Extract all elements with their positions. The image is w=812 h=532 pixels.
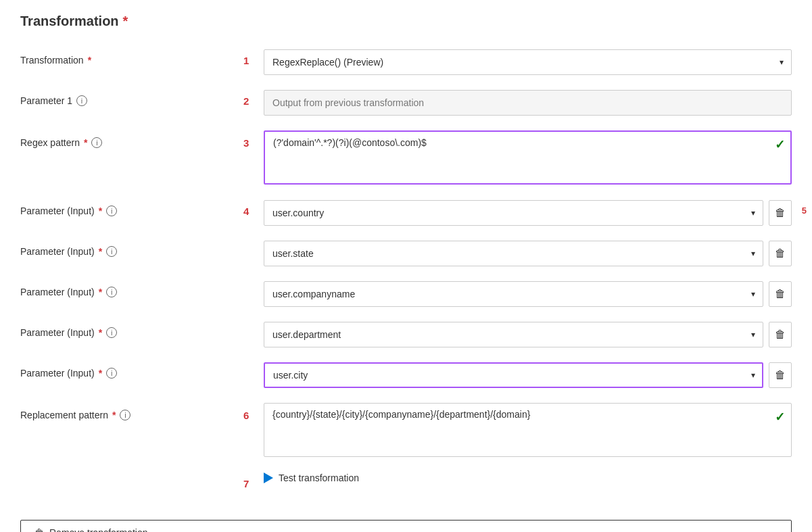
- transformation-label: Transformation *: [20, 49, 243, 66]
- param-input-3-select-wrapper: user.companyname ▾: [264, 281, 763, 307]
- trash-icon-3: 🗑: [775, 288, 786, 300]
- param-input-5-row: Parameter (Input) * i user.city ▾ 🗑: [20, 356, 792, 396]
- param2-info-icon[interactable]: i: [106, 246, 117, 257]
- regex-required: *: [84, 137, 87, 148]
- param-input-2-label-col: Parameter (Input) * i: [20, 241, 243, 257]
- param-input-2-select-wrapper: user.state ▾: [264, 241, 763, 266]
- param-input-4-row: Parameter (Input) * i user.department ▾ …: [20, 315, 792, 356]
- regex-pattern-label-col: Regex pattern * i: [20, 130, 243, 148]
- step-empty-4: [243, 362, 264, 368]
- param-input-5-col: user.city ▾ 🗑: [264, 362, 792, 388]
- step-empty-3: [243, 322, 264, 327]
- param-input-3-col: user.companyname ▾ 🗑: [264, 281, 792, 307]
- step-7: 7: [243, 473, 264, 489]
- replacement-label-col: Replacement pattern * i: [20, 403, 243, 420]
- regex-pattern-input-col: (?'domain'^.*?)(?i)(@contoso\.com)$ ✓: [264, 130, 792, 187]
- test-input-col: Test transformation: [264, 473, 792, 483]
- regex-pattern-input[interactable]: (?'domain'^.*?)(?i)(@contoso\.com)$: [264, 130, 792, 185]
- param4-info-icon[interactable]: i: [106, 327, 117, 338]
- param-input-4-col: user.department ▾ 🗑: [264, 322, 792, 347]
- param-input-1-delete-btn[interactable]: 🗑: [769, 200, 792, 226]
- param1-required: *: [99, 205, 102, 216]
- regex-info-icon[interactable]: i: [91, 137, 102, 148]
- param-input-1-select[interactable]: user.country: [264, 200, 763, 226]
- param5-required: *: [99, 368, 102, 379]
- param-input-5-select[interactable]: user.city: [264, 362, 763, 388]
- step-1: 1: [243, 49, 264, 66]
- trash-icon-4: 🗑: [775, 329, 786, 341]
- param5-info-icon[interactable]: i: [106, 368, 117, 379]
- transformation-required: *: [88, 55, 91, 66]
- replacement-pattern-input[interactable]: {country}/{state}/{city}/{companyname}/{…: [264, 403, 792, 457]
- trash-icon-5: 🗑: [775, 369, 786, 381]
- step-5-badge: 5: [802, 205, 807, 216]
- replacement-required: *: [112, 410, 116, 420]
- parameter1-input-col: [264, 90, 792, 116]
- parameter1-label-col: Parameter 1 i: [20, 90, 243, 106]
- param-input-2-col: user.state ▾ 🗑: [264, 241, 792, 266]
- step-2: 2: [243, 90, 264, 107]
- param3-info-icon[interactable]: i: [106, 287, 117, 297]
- transformation-row: Transformation * 1 RegexReplace() (Previ…: [20, 43, 792, 83]
- param-input-4-delete-btn[interactable]: 🗑: [769, 322, 792, 347]
- test-transformation-row: 7 Test transformation: [20, 466, 792, 506]
- replacement-info-icon[interactable]: i: [120, 410, 130, 420]
- remove-transformation-btn[interactable]: 🗑 Remove transformation: [20, 520, 792, 532]
- transformation-form: Transformation * Transformation * 1 Rege…: [20, 14, 792, 532]
- transformation-select-wrapper: RegexReplace() (Preview) ▾: [264, 49, 792, 75]
- page-title-row: Transformation *: [20, 14, 792, 29]
- param-input-1-row: Parameter (Input) * i 4 user.country ▾ 🗑…: [20, 193, 792, 234]
- param-input-2-delete-btn[interactable]: 🗑: [769, 241, 792, 266]
- param-input-4-label-col: Parameter (Input) * i: [20, 322, 243, 338]
- replacement-textarea-wrapper: {country}/{state}/{city}/{companyname}/{…: [264, 403, 792, 459]
- param-input-4-select[interactable]: user.department: [264, 322, 763, 347]
- replacement-check-icon: ✓: [775, 410, 785, 425]
- page-title: Transformation: [20, 14, 119, 29]
- step-empty-2: [243, 281, 264, 287]
- param4-required: *: [99, 327, 102, 338]
- step-3: 3: [243, 130, 264, 149]
- param-input-5-label-col: Parameter (Input) * i: [20, 362, 243, 379]
- parameter1-row: Parameter 1 i 2: [20, 83, 792, 124]
- param-input-3-delete-btn[interactable]: 🗑: [769, 281, 792, 307]
- param-input-1-col: user.country ▾ 🗑 5: [264, 200, 792, 226]
- param-input-1-select-wrapper: user.country ▾: [264, 200, 763, 226]
- regex-pattern-row: Regex pattern * i 3 (?'domain'^.*?)(?i)(…: [20, 124, 792, 193]
- param-input-2-select[interactable]: user.state: [264, 241, 763, 266]
- param-input-2-row: Parameter (Input) * i user.state ▾ 🗑: [20, 234, 792, 274]
- param-input-3-label-col: Parameter (Input) * i: [20, 281, 243, 297]
- regex-textarea-wrapper: (?'domain'^.*?)(?i)(@contoso\.com)$ ✓: [264, 130, 792, 187]
- step-empty-1: [243, 241, 264, 246]
- regex-check-icon: ✓: [775, 137, 785, 152]
- remove-trash-icon: 🗑: [34, 527, 44, 532]
- param-input-3-row: Parameter (Input) * i user.companyname ▾…: [20, 274, 792, 315]
- param3-required: *: [99, 287, 102, 297]
- test-label-col-empty: [20, 473, 243, 478]
- param-input-5-select-wrapper: user.city ▾: [264, 362, 763, 388]
- trash-icon-2: 🗑: [775, 247, 786, 260]
- title-required-star: *: [123, 14, 128, 29]
- play-icon: [264, 473, 273, 483]
- transformation-input-col: RegexReplace() (Preview) ▾: [264, 49, 792, 75]
- replacement-input-col: {country}/{state}/{city}/{companyname}/{…: [264, 403, 792, 459]
- param-input-5-delete-btn[interactable]: 🗑: [769, 362, 792, 388]
- parameter1-input[interactable]: [264, 90, 792, 116]
- param2-required: *: [99, 246, 102, 257]
- param1-info-icon[interactable]: i: [106, 205, 117, 216]
- step-4: 4: [243, 200, 264, 217]
- step-6: 6: [243, 403, 264, 421]
- trash-icon-1: 🗑: [775, 207, 786, 219]
- replacement-pattern-row: Replacement pattern * i 6 {country}/{sta…: [20, 396, 792, 466]
- transformation-select[interactable]: RegexReplace() (Preview): [264, 49, 792, 75]
- param-input-4-select-wrapper: user.department ▾: [264, 322, 763, 347]
- parameter1-info-icon[interactable]: i: [76, 95, 87, 106]
- param-input-1-label-col: Parameter (Input) * i: [20, 200, 243, 216]
- test-transformation-btn[interactable]: Test transformation: [264, 473, 359, 483]
- param-input-3-select[interactable]: user.companyname: [264, 281, 763, 307]
